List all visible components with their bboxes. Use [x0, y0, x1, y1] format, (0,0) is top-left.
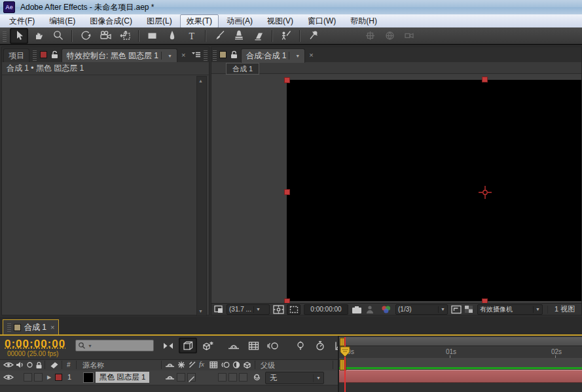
- menu-window[interactable]: 窗口(W): [301, 14, 342, 28]
- mask-visibility-toggle[interactable]: [287, 304, 300, 315]
- panel-gripper[interactable]: [213, 49, 217, 61]
- viewer-menu-arrow-icon[interactable]: ▼: [168, 54, 172, 58]
- panel-menu-icon[interactable]: [191, 50, 202, 59]
- tab-timeline-comp[interactable]: 合成 1 ×: [3, 319, 59, 334]
- title-bar[interactable]: Ae Adobe After Effects - 未命名项目.aep *: [0, 0, 582, 15]
- layer-name-selected[interactable]: 黑色 固态层 1: [96, 372, 149, 383]
- hand-tool[interactable]: [29, 28, 48, 44]
- menu-composition[interactable]: 图像合成(C): [83, 14, 139, 28]
- close-panel-icon[interactable]: ×: [181, 51, 185, 59]
- brainstorm-button[interactable]: [291, 338, 310, 353]
- pen-tool[interactable]: [163, 28, 181, 44]
- parent-dropdown[interactable]: 无 ▼: [265, 372, 324, 384]
- viewer-subtab[interactable]: 合成 1: [226, 63, 259, 75]
- menu-edit[interactable]: 编辑(E): [43, 14, 82, 28]
- pan-behind-tool[interactable]: [116, 28, 134, 44]
- tab-effect-controls[interactable]: 特效控制台: 黑色 固态层 1 ▼: [62, 48, 177, 63]
- timeline-search-box[interactable]: ▼: [75, 340, 154, 351]
- layer-audio-toggle[interactable]: [24, 373, 32, 382]
- layer-collapse-switch[interactable]: [177, 373, 185, 382]
- auto-keyframe-button[interactable]: [311, 338, 329, 353]
- selection-handle[interactable]: [482, 77, 488, 82]
- parent-pickwhip-icon[interactable]: [253, 373, 261, 382]
- layer-duration-bar[interactable]: [339, 370, 582, 383]
- layer-row[interactable]: ▶ 1 黑色 固态层 1 无 ▼: [0, 370, 338, 385]
- layer-frame-blend-switch[interactable]: [218, 373, 227, 382]
- menu-effect[interactable]: 效果(T): [180, 14, 219, 28]
- work-area-start-marker[interactable]: [340, 359, 346, 370]
- selection-handle[interactable]: [284, 189, 290, 195]
- clone-stamp-tool[interactable]: [230, 28, 248, 44]
- brush-tool[interactable]: [210, 28, 228, 44]
- search-input[interactable]: [92, 341, 153, 350]
- viewer-lock-icon[interactable]: [50, 50, 59, 60]
- layer-expand-arrow-icon[interactable]: ▶: [47, 374, 51, 380]
- world-axis-mode-button[interactable]: [380, 28, 399, 44]
- roto-brush-tool[interactable]: [277, 28, 295, 44]
- source-name-column-label[interactable]: 源名称: [82, 361, 104, 370]
- region-of-interest-button[interactable]: [451, 305, 462, 314]
- time-ruler[interactable]: :00s 01s 02s: [339, 346, 582, 359]
- scroll-up-icon[interactable]: ▲: [198, 79, 203, 83]
- menu-help[interactable]: 帮助(H): [344, 14, 384, 28]
- puppet-pin-tool[interactable]: [304, 28, 323, 44]
- panel-gripper[interactable]: [7, 323, 11, 332]
- scroll-down-icon[interactable]: ▼: [198, 309, 203, 313]
- vertical-scrollbar[interactable]: ▲ ▼: [196, 76, 207, 316]
- show-snapshot-button[interactable]: [366, 305, 374, 314]
- take-snapshot-button[interactable]: [352, 305, 362, 314]
- layer-solo-toggle[interactable]: [34, 373, 43, 382]
- always-preview-button[interactable]: [214, 305, 223, 314]
- rectangle-mask-tool[interactable]: [143, 28, 162, 44]
- panel-gripper[interactable]: [33, 49, 37, 61]
- eraser-tool[interactable]: [249, 28, 268, 44]
- safe-margins-button[interactable]: [273, 305, 284, 314]
- tab-project[interactable]: 项目: [3, 48, 29, 63]
- draft-3d-button[interactable]: [179, 338, 197, 353]
- layer-shy-switch[interactable]: [165, 374, 175, 381]
- channel-button[interactable]: [380, 305, 392, 314]
- viewer-menu-arrow-icon[interactable]: ▼: [295, 54, 300, 58]
- layer-label-color[interactable]: [55, 374, 62, 381]
- hide-shy-layers-button[interactable]: [225, 338, 243, 353]
- camera-tool[interactable]: [96, 28, 115, 44]
- work-area-bar[interactable]: [339, 337, 582, 346]
- current-time-indicator-line[interactable]: [344, 337, 346, 392]
- close-panel-icon[interactable]: ×: [50, 323, 54, 331]
- anchor-point-icon[interactable]: [478, 185, 492, 200]
- view-layout-dropdown[interactable]: 1 视图: [553, 305, 577, 314]
- transparency-grid-button[interactable]: [464, 305, 474, 314]
- selection-handle[interactable]: [284, 77, 290, 83]
- layer-motion-blur-switch[interactable]: [228, 373, 237, 382]
- rotation-tool[interactable]: [77, 28, 95, 44]
- motion-blur-button[interactable]: [264, 338, 282, 353]
- shy-layers-button[interactable]: [198, 338, 217, 353]
- search-options-arrow-icon[interactable]: ▼: [88, 344, 92, 348]
- panel-gripper[interactable]: [3, 30, 7, 42]
- menu-view[interactable]: 视图(V): [261, 14, 300, 28]
- comp-canvas[interactable]: [287, 80, 581, 301]
- viewer-unlock-icon[interactable]: [229, 50, 238, 60]
- resolution-dropdown[interactable]: (1/3) ▼: [395, 304, 448, 315]
- mini-flowchart-button[interactable]: [159, 338, 177, 353]
- parent-column-label[interactable]: 父级: [261, 361, 275, 370]
- magnification-dropdown[interactable]: (31.7 ... ▼: [227, 304, 270, 315]
- preview-time-field[interactable]: 0:00:00:00: [304, 304, 348, 315]
- frame-blending-button[interactable]: [244, 338, 263, 353]
- number-column-label[interactable]: #: [67, 361, 71, 368]
- local-axis-mode-button[interactable]: [361, 28, 379, 44]
- menu-layer[interactable]: 图层(L): [140, 14, 179, 28]
- layer-video-eye-toggle[interactable]: [3, 374, 14, 381]
- camera-view-dropdown[interactable]: 有效摄像机 ▼: [477, 304, 543, 315]
- zoom-tool[interactable]: [49, 28, 67, 44]
- current-time-indicator-head[interactable]: [340, 346, 350, 358]
- menu-animation[interactable]: 动画(A): [220, 14, 259, 28]
- close-panel-icon[interactable]: ×: [309, 51, 313, 59]
- tab-composition-viewer[interactable]: 合成:合成 1 ▼: [241, 48, 305, 63]
- current-time-field[interactable]: 0:00:00:00: [5, 338, 65, 351]
- type-tool[interactable]: T: [183, 28, 201, 44]
- selection-tool[interactable]: [10, 28, 28, 44]
- layer-3d-switch[interactable]: [239, 373, 247, 382]
- view-axis-mode-button[interactable]: [400, 28, 418, 44]
- panel-gripper[interactable]: [204, 49, 208, 61]
